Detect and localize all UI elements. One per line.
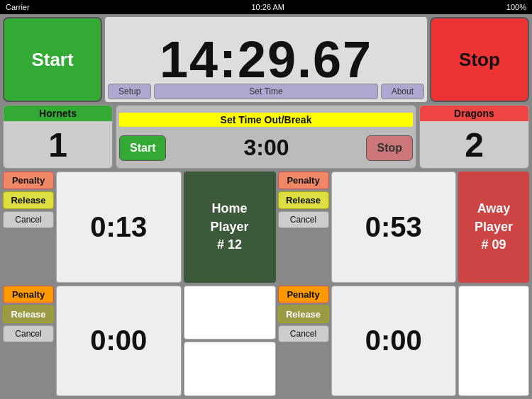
away-penalty-col-2: Penalty Release Cancel bbox=[278, 286, 329, 397]
home-penalty-timer-2: 0:00 bbox=[56, 286, 182, 397]
away-team-name: Dragons bbox=[420, 106, 528, 121]
carrier-text: Carrier bbox=[6, 3, 30, 11]
status-bar: Carrier 10:26 AM 100% bbox=[0, 0, 532, 14]
set-time-button[interactable]: Set Time bbox=[154, 84, 377, 99]
center-blank-bottom bbox=[184, 342, 276, 396]
center-info-box-1: Home Player # 12 bbox=[184, 172, 276, 283]
home-release-button-1[interactable]: Release bbox=[3, 191, 54, 209]
team-row: Hornets 1 Set Time Out/Break Start 3:00 … bbox=[3, 105, 529, 169]
away-release-button-2[interactable]: Release bbox=[278, 305, 329, 323]
home-penalty-col-1: Penalty Release Cancel bbox=[3, 172, 54, 283]
home-team-score: 1 bbox=[48, 121, 67, 168]
setup-button[interactable]: Setup bbox=[108, 84, 151, 99]
battery-text: 100% bbox=[506, 3, 526, 11]
stop-button[interactable]: Stop bbox=[430, 17, 529, 102]
home-cancel-button-1[interactable]: Cancel bbox=[3, 211, 54, 228]
main-container: Start 14:29.67 Setup Set Time About Stop… bbox=[0, 14, 532, 399]
timeout-start-button[interactable]: Start bbox=[119, 135, 166, 161]
home-penalty-timer-1: 0:13 bbox=[56, 172, 182, 283]
away-cancel-button-2[interactable]: Cancel bbox=[278, 325, 329, 342]
home-team-name: Hornets bbox=[4, 106, 112, 121]
time-text: 10:26 AM bbox=[252, 3, 284, 11]
timeout-timer: 3:00 bbox=[170, 135, 362, 161]
penalties-container: Penalty Release Cancel 0:13 Home Player … bbox=[3, 172, 529, 396]
top-row: Start 14:29.67 Setup Set Time About Stop bbox=[3, 17, 529, 102]
timeout-stop-button[interactable]: Stop bbox=[366, 135, 413, 161]
center-blanks bbox=[184, 286, 276, 397]
away-line3: # 09 bbox=[481, 236, 506, 254]
away-team-score: 2 bbox=[465, 121, 484, 168]
away-line2: Player bbox=[475, 218, 513, 236]
timeout-controls: Start 3:00 Stop bbox=[119, 135, 413, 161]
main-timer-display: 14:29.67 bbox=[160, 34, 372, 85]
away-line1: Away bbox=[477, 200, 511, 218]
home-penalty-button-1[interactable]: Penalty bbox=[3, 172, 54, 189]
home-team-box: Hornets 1 bbox=[3, 105, 113, 169]
center-line1: Home bbox=[211, 200, 247, 218]
away-penalty-col-1: Penalty Release Cancel bbox=[278, 172, 329, 283]
nav-buttons: Setup Set Time About bbox=[105, 84, 427, 99]
away-team-box: Dragons 2 bbox=[419, 105, 529, 169]
center-line2: Player bbox=[210, 218, 248, 236]
home-penalty-col-2: Penalty Release Cancel bbox=[3, 286, 54, 397]
penalty-row-2: Penalty Release Cancel 0:00 Penalty Rele… bbox=[3, 286, 529, 397]
away-info-box-1: Away Player # 09 bbox=[458, 172, 529, 283]
away-penalty-timer-2: 0:00 bbox=[331, 286, 457, 397]
center-blank-top bbox=[184, 286, 276, 340]
timeout-section: Set Time Out/Break Start 3:00 Stop bbox=[116, 105, 416, 169]
penalty-row-1: Penalty Release Cancel 0:13 Home Player … bbox=[3, 172, 529, 283]
away-penalty-timer-1: 0:53 bbox=[331, 172, 457, 283]
home-release-button-2[interactable]: Release bbox=[3, 305, 54, 323]
away-cancel-button-1[interactable]: Cancel bbox=[278, 211, 329, 228]
home-penalty-button-2[interactable]: Penalty bbox=[3, 286, 54, 303]
timeout-label: Set Time Out/Break bbox=[119, 113, 413, 127]
home-cancel-button-2[interactable]: Cancel bbox=[3, 325, 54, 342]
about-button[interactable]: About bbox=[381, 84, 424, 99]
away-blank-2 bbox=[458, 286, 529, 397]
timer-center: 14:29.67 Setup Set Time About bbox=[105, 17, 427, 102]
away-penalty-button-1[interactable]: Penalty bbox=[278, 172, 329, 189]
center-line3: # 12 bbox=[217, 236, 242, 254]
away-release-button-1[interactable]: Release bbox=[278, 191, 329, 209]
away-penalty-button-2[interactable]: Penalty bbox=[278, 286, 329, 303]
start-button[interactable]: Start bbox=[3, 17, 102, 102]
